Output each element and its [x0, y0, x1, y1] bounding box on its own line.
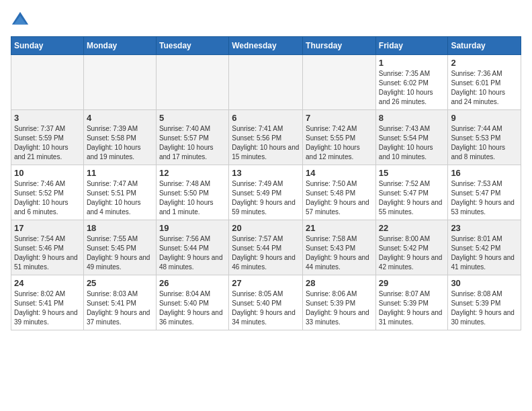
day-info: Sunrise: 7:36 AM Sunset: 6:01 PM Dayligh…	[451, 69, 518, 107]
calendar-cell: 9Sunrise: 7:44 AM Sunset: 5:53 PM Daylig…	[448, 110, 521, 165]
day-number: 1	[379, 58, 445, 68]
day-info: Sunrise: 8:00 AM Sunset: 5:42 PM Dayligh…	[379, 234, 445, 272]
calendar-cell: 19Sunrise: 7:56 AM Sunset: 5:44 PM Dayli…	[156, 220, 228, 275]
logo	[11, 11, 32, 30]
calendar-cell: 7Sunrise: 7:42 AM Sunset: 5:55 PM Daylig…	[303, 110, 376, 165]
calendar-row: 10Sunrise: 7:46 AM Sunset: 5:52 PM Dayli…	[11, 165, 521, 220]
day-number: 12	[159, 168, 226, 178]
day-number: 11	[87, 168, 153, 178]
calendar-cell: 10Sunrise: 7:46 AM Sunset: 5:52 PM Dayli…	[11, 165, 84, 220]
calendar-cell	[156, 55, 228, 110]
day-number: 24	[14, 278, 81, 288]
day-info: Sunrise: 7:41 AM Sunset: 5:56 PM Dayligh…	[232, 124, 300, 162]
calendar-cell: 21Sunrise: 7:58 AM Sunset: 5:43 PM Dayli…	[303, 220, 376, 275]
day-number: 8	[379, 113, 445, 123]
weekday-header: Tuesday	[156, 37, 228, 55]
day-number: 26	[159, 278, 226, 288]
day-info: Sunrise: 7:52 AM Sunset: 5:47 PM Dayligh…	[379, 179, 445, 217]
day-number: 20	[232, 223, 300, 233]
day-info: Sunrise: 7:49 AM Sunset: 5:49 PM Dayligh…	[232, 179, 300, 217]
weekday-header: Saturday	[448, 37, 521, 55]
day-info: Sunrise: 7:43 AM Sunset: 5:54 PM Dayligh…	[379, 124, 445, 162]
calendar-row: 17Sunrise: 7:54 AM Sunset: 5:46 PM Dayli…	[11, 220, 521, 275]
day-number: 29	[379, 278, 445, 288]
day-info: Sunrise: 8:08 AM Sunset: 5:39 PM Dayligh…	[451, 289, 518, 327]
calendar-cell	[11, 55, 84, 110]
calendar-cell	[229, 55, 303, 110]
day-info: Sunrise: 7:37 AM Sunset: 5:59 PM Dayligh…	[14, 124, 81, 162]
day-info: Sunrise: 8:01 AM Sunset: 5:42 PM Dayligh…	[451, 234, 518, 272]
calendar-cell: 22Sunrise: 8:00 AM Sunset: 5:42 PM Dayli…	[375, 220, 448, 275]
calendar-cell: 11Sunrise: 7:47 AM Sunset: 5:51 PM Dayli…	[83, 165, 156, 220]
day-info: Sunrise: 7:44 AM Sunset: 5:53 PM Dayligh…	[451, 124, 518, 162]
day-number: 17	[14, 223, 81, 233]
calendar-cell: 18Sunrise: 7:55 AM Sunset: 5:45 PM Dayli…	[83, 220, 156, 275]
calendar-header: SundayMondayTuesdayWednesdayThursdayFrid…	[11, 37, 521, 55]
day-number: 10	[14, 168, 81, 178]
day-number: 3	[14, 113, 81, 123]
day-info: Sunrise: 8:06 AM Sunset: 5:39 PM Dayligh…	[306, 289, 373, 327]
weekday-header: Thursday	[303, 37, 376, 55]
day-info: Sunrise: 7:42 AM Sunset: 5:55 PM Dayligh…	[306, 124, 373, 162]
calendar-cell: 23Sunrise: 8:01 AM Sunset: 5:42 PM Dayli…	[448, 220, 521, 275]
day-number: 21	[306, 223, 373, 233]
calendar-cell: 8Sunrise: 7:43 AM Sunset: 5:54 PM Daylig…	[375, 110, 448, 165]
calendar-cell: 6Sunrise: 7:41 AM Sunset: 5:56 PM Daylig…	[229, 110, 303, 165]
day-number: 28	[306, 278, 373, 288]
day-info: Sunrise: 7:46 AM Sunset: 5:52 PM Dayligh…	[14, 179, 81, 217]
calendar-cell: 1Sunrise: 7:35 AM Sunset: 6:02 PM Daylig…	[375, 55, 448, 110]
day-number: 15	[379, 168, 445, 178]
calendar-cell: 3Sunrise: 7:37 AM Sunset: 5:59 PM Daylig…	[11, 110, 84, 165]
day-number: 2	[451, 58, 518, 68]
calendar-cell: 28Sunrise: 8:06 AM Sunset: 5:39 PM Dayli…	[303, 275, 376, 330]
day-info: Sunrise: 8:03 AM Sunset: 5:41 PM Dayligh…	[87, 289, 153, 327]
day-info: Sunrise: 7:56 AM Sunset: 5:44 PM Dayligh…	[159, 234, 226, 272]
calendar-cell: 25Sunrise: 8:03 AM Sunset: 5:41 PM Dayli…	[83, 275, 156, 330]
day-number: 7	[306, 113, 373, 123]
calendar-body: 1Sunrise: 7:35 AM Sunset: 6:02 PM Daylig…	[11, 55, 521, 330]
weekday-header: Sunday	[11, 37, 84, 55]
day-info: Sunrise: 7:53 AM Sunset: 5:47 PM Dayligh…	[451, 179, 518, 217]
calendar-cell: 13Sunrise: 7:49 AM Sunset: 5:49 PM Dayli…	[229, 165, 303, 220]
calendar-row: 1Sunrise: 7:35 AM Sunset: 6:02 PM Daylig…	[11, 55, 521, 110]
day-number: 22	[379, 223, 445, 233]
calendar-cell: 12Sunrise: 7:48 AM Sunset: 5:50 PM Dayli…	[156, 165, 228, 220]
calendar-row: 3Sunrise: 7:37 AM Sunset: 5:59 PM Daylig…	[11, 110, 521, 165]
calendar-cell: 24Sunrise: 8:02 AM Sunset: 5:41 PM Dayli…	[11, 275, 84, 330]
calendar-cell: 27Sunrise: 8:05 AM Sunset: 5:40 PM Dayli…	[229, 275, 303, 330]
day-info: Sunrise: 7:48 AM Sunset: 5:50 PM Dayligh…	[159, 179, 226, 217]
calendar-cell: 5Sunrise: 7:40 AM Sunset: 5:57 PM Daylig…	[156, 110, 228, 165]
calendar-cell: 16Sunrise: 7:53 AM Sunset: 5:47 PM Dayli…	[448, 165, 521, 220]
day-info: Sunrise: 7:39 AM Sunset: 5:58 PM Dayligh…	[87, 124, 153, 162]
day-number: 6	[232, 113, 300, 123]
day-info: Sunrise: 8:04 AM Sunset: 5:40 PM Dayligh…	[159, 289, 226, 327]
day-number: 30	[451, 278, 518, 288]
day-info: Sunrise: 7:35 AM Sunset: 6:02 PM Dayligh…	[379, 69, 445, 107]
day-info: Sunrise: 8:07 AM Sunset: 5:39 PM Dayligh…	[379, 289, 445, 327]
day-number: 25	[87, 278, 153, 288]
day-number: 27	[232, 278, 300, 288]
calendar-cell	[303, 55, 376, 110]
day-number: 16	[451, 168, 518, 178]
calendar-cell: 17Sunrise: 7:54 AM Sunset: 5:46 PM Dayli…	[11, 220, 84, 275]
day-number: 4	[87, 113, 153, 123]
calendar-cell: 14Sunrise: 7:50 AM Sunset: 5:48 PM Dayli…	[303, 165, 376, 220]
calendar-cell: 30Sunrise: 8:08 AM Sunset: 5:39 PM Dayli…	[448, 275, 521, 330]
calendar-table: SundayMondayTuesdayWednesdayThursdayFrid…	[11, 36, 521, 330]
day-number: 18	[87, 223, 153, 233]
day-info: Sunrise: 7:58 AM Sunset: 5:43 PM Dayligh…	[306, 234, 373, 272]
weekday-header: Friday	[375, 37, 448, 55]
day-info: Sunrise: 8:02 AM Sunset: 5:41 PM Dayligh…	[14, 289, 81, 327]
day-number: 5	[159, 113, 226, 123]
day-info: Sunrise: 7:40 AM Sunset: 5:57 PM Dayligh…	[159, 124, 226, 162]
day-number: 14	[306, 168, 373, 178]
calendar-row: 24Sunrise: 8:02 AM Sunset: 5:41 PM Dayli…	[11, 275, 521, 330]
header-row: SundayMondayTuesdayWednesdayThursdayFrid…	[11, 37, 521, 55]
day-number: 9	[451, 113, 518, 123]
calendar-cell: 29Sunrise: 8:07 AM Sunset: 5:39 PM Dayli…	[375, 275, 448, 330]
day-number: 19	[159, 223, 226, 233]
calendar-cell: 15Sunrise: 7:52 AM Sunset: 5:47 PM Dayli…	[375, 165, 448, 220]
calendar-cell	[83, 55, 156, 110]
day-info: Sunrise: 7:47 AM Sunset: 5:51 PM Dayligh…	[87, 179, 153, 217]
day-info: Sunrise: 7:55 AM Sunset: 5:45 PM Dayligh…	[87, 234, 153, 272]
